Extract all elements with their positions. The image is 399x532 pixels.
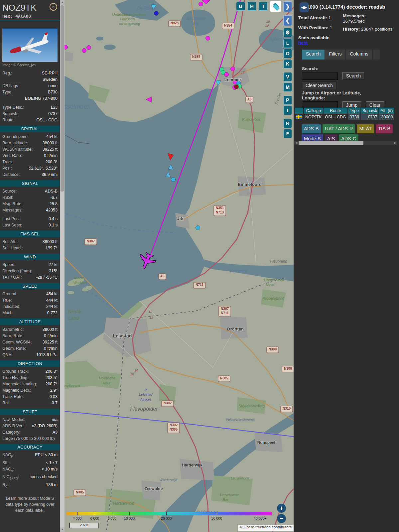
aircraft-marker[interactable]: [168, 164, 173, 170]
data-row: Messages:42353: [0, 207, 60, 213]
badge-uat-ads-r: UAT / ADS-R: [323, 124, 355, 133]
column-header[interactable]: Squawk: [361, 108, 378, 114]
data-label: Nav. Modes:: [2, 417, 25, 423]
data-value: EPU < 30 m: [16, 452, 58, 460]
expand-button[interactable]: ❯: [283, 1, 292, 12]
clear-search-button[interactable]: Clear Search: [302, 82, 336, 89]
hscroll-thumb[interactable]: [299, 141, 363, 145]
photo-credit: Image © Spotter_jvs: [0, 62, 60, 70]
column-header[interactable]: Route: [324, 108, 347, 114]
settings-button[interactable]: ⚙: [283, 28, 292, 37]
selected-aircraft-icon[interactable]: [136, 251, 157, 272]
zoom-in-button[interactable]: +: [277, 504, 286, 513]
colorbar-tick: [112, 512, 112, 515]
aircraft-marker[interactable]: [196, 226, 200, 230]
data-value: 39225 ft: [34, 339, 58, 345]
map-label: Zeewolde: [145, 486, 163, 491]
table-row[interactable]: NOZ9TKOSL - CDGB738073738000: [295, 114, 394, 120]
aircraft-marker[interactable]: [82, 49, 86, 53]
data-row: Barometric:38000 ft: [0, 327, 60, 333]
info-value: L2J: [26, 104, 58, 111]
map-button-p[interactable]: P: [283, 95, 292, 105]
layers-button[interactable]: [270, 1, 281, 12]
column-header[interactable]: Alt. (ft): [379, 108, 394, 114]
panel-toggle-button[interactable]: ◀▶: [300, 2, 309, 12]
aircraft-marker[interactable]: [199, 2, 203, 6]
aircraft-marker[interactable]: [234, 85, 239, 89]
map-button-h[interactable]: H: [247, 2, 256, 11]
total-aircraft-label: Total Aircraft:: [298, 15, 327, 20]
map-button-m[interactable]: M: [283, 82, 292, 92]
scroll-up-icon[interactable]: ▲: [60, 0, 65, 5]
sidebar-footer-note: Learn more about Mode S data type by hov…: [0, 489, 60, 513]
data-value: 454 kt: [19, 291, 58, 297]
stats-here-link[interactable]: here: [298, 40, 308, 45]
sidebar-scrollbar[interactable]: ▲ ▼: [60, 0, 65, 532]
data-label: Indicated:: [2, 304, 20, 310]
data-value: 0 ft/min: [28, 345, 58, 352]
aircraft-marker[interactable]: [166, 172, 171, 177]
aircraft-marker[interactable]: [168, 153, 174, 160]
map-canvas[interactable]: sselmeerDe FluezenSleattemerMarTsjûkemar…: [65, 0, 294, 532]
close-icon[interactable]: ×: [50, 3, 57, 11]
column-header[interactable]: Type: [348, 108, 360, 114]
map-label: Fluessen: [120, 17, 135, 21]
search-input[interactable]: [302, 72, 338, 80]
column-header[interactable]: Callsign: [304, 108, 323, 114]
tab-columns[interactable]: Columns: [346, 50, 372, 60]
zoom-out-button[interactable]: −: [277, 514, 286, 523]
info-label: Route:: [2, 117, 15, 123]
aircraft-marker[interactable]: [224, 72, 229, 77]
callsign-link[interactable]: NOZ9TK: [305, 115, 322, 119]
map-label: Emmeloord: [238, 182, 262, 187]
data-label: Sel. Head.:: [2, 245, 23, 251]
aircraft-list-panel: ◀▶ tar1090 (3.14.1774) decoder: readsb T…: [294, 0, 399, 532]
scroll-left-icon[interactable]: ◀: [294, 141, 298, 145]
data-row: Distance:36.9 nmi: [0, 172, 60, 178]
data-value: -29 / -55 °C: [24, 274, 58, 281]
aircraft-marker[interactable]: [65, 45, 68, 50]
tar1090-app: NOZ9TK × Hex: 4ACA08 Image: [0, 0, 399, 532]
data-label: TAT / OAT:: [2, 274, 22, 281]
map-button-i[interactable]: I: [283, 106, 292, 115]
aircraft-marker[interactable]: [154, 11, 159, 16]
map-label: Lemmer: [224, 77, 241, 82]
map-button-t[interactable]: T: [259, 2, 268, 11]
data-label: Mach:: [2, 310, 14, 316]
tab-filters[interactable]: Filters: [325, 50, 346, 60]
search-button[interactable]: Search: [342, 72, 364, 79]
scroll-down-icon[interactable]: ▼: [60, 527, 65, 532]
data-row: WGS84 altitude:39225 ft: [0, 146, 60, 153]
data-row: RSSI:-6.7: [0, 195, 60, 201]
aircraft-marker[interactable]: [87, 46, 91, 50]
data-label: NACV:: [2, 466, 14, 474]
road-shield-label: N302: [164, 401, 172, 405]
collapse-button[interactable]: ❮: [283, 15, 292, 26]
scrollbar-thumb[interactable]: [61, 5, 64, 192]
tab-search[interactable]: Search: [302, 50, 325, 60]
scroll-right-icon[interactable]: ▶: [393, 141, 397, 145]
aircraft-marker[interactable]: [231, 67, 235, 71]
table-horizontal-scrollbar[interactable]: ◀ ▶: [294, 141, 397, 145]
column-header[interactable]: [295, 108, 303, 114]
map-button-r[interactable]: R: [283, 119, 292, 128]
data-row: True Heading:203.5°: [0, 375, 60, 381]
map-label: ersplassen: [65, 384, 80, 388]
map-button-v[interactable]: V: [283, 72, 292, 81]
map-button-k[interactable]: K: [283, 59, 292, 68]
aircraft-marker[interactable]: [206, 36, 210, 41]
map-button-l[interactable]: L: [283, 39, 292, 48]
hex-label: Hex:: [2, 14, 13, 19]
registration-link[interactable]: SE-RPH: [14, 70, 58, 76]
readsb-link[interactable]: readsb: [369, 4, 385, 10]
lake-small: [104, 45, 116, 50]
panel-tabs: SearchFiltersColumns: [302, 50, 380, 60]
data-label: QNH:: [2, 352, 13, 358]
map-button-f[interactable]: F: [283, 129, 292, 138]
data-row: Speed:27 kt: [0, 262, 60, 268]
aircraft-marker[interactable]: [171, 178, 176, 182]
section-header: STUFF: [0, 409, 60, 415]
map-button-o[interactable]: O: [283, 49, 292, 58]
map-button-u[interactable]: U: [236, 2, 245, 11]
type-cell: B738: [348, 114, 360, 120]
